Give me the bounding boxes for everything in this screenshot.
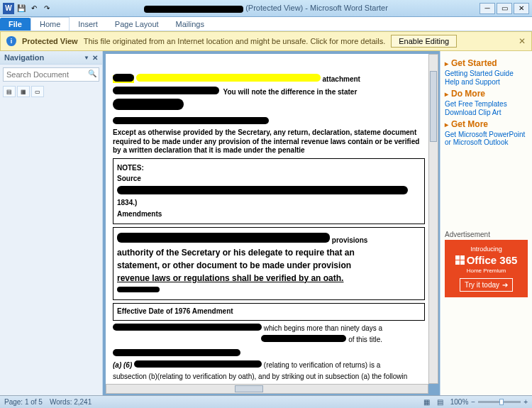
protected-label: Protected View (22, 37, 78, 45)
navigation-panel: Navigation ▼ ✕ 🔍 ▤ ▦ ▭ (0, 51, 103, 395)
nav-view-headings[interactable]: ▤ (3, 86, 16, 97)
save-icon[interactable]: 💾 (16, 3, 27, 14)
heading-get-more: Get More (445, 119, 528, 129)
view-web-layout-icon[interactable]: ▤ (437, 398, 443, 406)
arrow-right-icon: ➔ (502, 281, 508, 289)
protected-view-bar: i Protected View This file originated fr… (0, 31, 532, 51)
vertical-scrollbar[interactable] (428, 54, 438, 384)
zoom-level[interactable]: 100% (450, 398, 469, 406)
zoom-out-button[interactable]: − (471, 398, 475, 406)
nav-view-results[interactable]: ▭ (31, 86, 44, 97)
status-words[interactable]: Words: 2,241 (50, 398, 92, 406)
link-help-support[interactable]: Help and Support (445, 78, 528, 86)
status-bar: Page: 1 of 5 Words: 2,241 ▦ ▤ 100% − + (0, 395, 532, 408)
tab-home[interactable]: Home (31, 17, 70, 31)
document-area: attachment You will note the difference … (103, 51, 440, 395)
link-free-templates[interactable]: Get Free Templates (445, 100, 528, 108)
zoom-slider[interactable] (478, 401, 521, 403)
tab-mailings[interactable]: Mailings (167, 18, 213, 31)
link-clip-art[interactable]: Download Clip Art (445, 109, 528, 116)
heading-get-started: Get Started (445, 58, 528, 68)
close-button[interactable]: ✕ (514, 3, 529, 14)
horizontal-scrollbar[interactable] (106, 384, 428, 394)
advertisement[interactable]: Introducing Office 365 Home Premium Try … (445, 240, 528, 297)
nav-body (0, 99, 102, 395)
window-title: (Protected View) - Microsoft Word Starte… (52, 4, 480, 12)
tab-page-layout[interactable]: Page Layout (106, 18, 167, 31)
minimize-button[interactable]: ─ (480, 3, 495, 14)
maximize-button[interactable]: ▭ (497, 3, 512, 14)
link-getting-started[interactable]: Getting Started Guide (445, 70, 528, 77)
view-print-layout-icon[interactable]: ▦ (423, 398, 430, 406)
search-input[interactable] (3, 67, 99, 82)
quick-access-toolbar: W 💾 ↶ ↷ (3, 3, 52, 14)
document-page: attachment You will note the difference … (106, 54, 428, 384)
office-icon (455, 255, 465, 265)
word-icon: W (3, 3, 14, 14)
ad-label: Advertisement (445, 231, 528, 238)
shield-icon: i (6, 36, 16, 46)
redo-icon[interactable]: ↷ (41, 3, 52, 14)
tab-insert[interactable]: Insert (70, 18, 106, 31)
search-icon[interactable]: 🔍 (88, 70, 96, 77)
undo-icon[interactable]: ↶ (28, 3, 40, 14)
close-icon[interactable]: ✕ (519, 36, 526, 46)
nav-dropdown-icon[interactable]: ▼ (84, 55, 89, 61)
status-page[interactable]: Page: 1 of 5 (4, 398, 43, 406)
protected-message[interactable]: This file originated from an Internet lo… (84, 37, 386, 45)
title-bar: W 💾 ↶ ↷ (Protected View) - Microsoft Wor… (0, 0, 532, 17)
nav-title: Navigation (4, 53, 44, 62)
heading-do-more: Do More (445, 89, 528, 99)
ribbon-tabs: File Home Insert Page Layout Mailings (0, 17, 532, 31)
nav-close-icon[interactable]: ✕ (92, 54, 98, 62)
link-get-powerpoint[interactable]: Get Microsoft PowerPoint or Microsoft Ou… (445, 131, 528, 146)
enable-editing-button[interactable]: Enable Editing (391, 35, 457, 48)
side-panel: Get Started Getting Started Guide Help a… (440, 51, 532, 395)
zoom-in-button[interactable]: + (523, 398, 528, 406)
nav-view-pages[interactable]: ▦ (17, 86, 30, 97)
tab-file[interactable]: File (0, 18, 31, 31)
try-it-button[interactable]: Try it today➔ (460, 278, 513, 292)
document-viewport[interactable]: attachment You will note the difference … (106, 54, 428, 384)
